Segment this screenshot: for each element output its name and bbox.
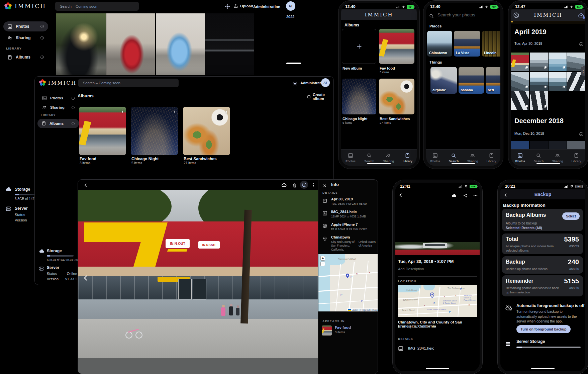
share-icon[interactable] (463, 192, 468, 198)
sidebar-item-sharing[interactable]: Sharing (3, 33, 48, 42)
album-card[interactable]: Fav food 3 items (79, 107, 126, 163)
back-icon[interactable] (398, 192, 404, 198)
sidebar-item-photos[interactable]: Photos (3, 21, 48, 31)
map-zoom-out-button[interactable]: − (320, 262, 325, 266)
sidebar-item-albums[interactable]: Albums (37, 119, 79, 128)
place-card[interactable]: Chinatown (427, 31, 452, 57)
user-avatar[interactable]: AT (286, 1, 295, 11)
nav-item-sharing[interactable]: Sharing (467, 153, 478, 163)
home-indicator[interactable] (452, 163, 475, 164)
place-card[interactable]: Lincoln (482, 31, 500, 57)
album-card[interactable]: Chicago Night 5 items (131, 107, 178, 163)
nav-item-library[interactable]: Library (571, 153, 581, 163)
info-toggle-icon[interactable] (300, 181, 308, 189)
home-indicator[interactable] (531, 368, 555, 369)
place-name: Lincoln (484, 51, 496, 55)
album-card[interactable] (379, 79, 414, 114)
album-card[interactable] (379, 29, 414, 64)
more-options-icon[interactable] (473, 192, 478, 198)
photo-thumbnail[interactable] (511, 53, 529, 71)
album-card[interactable] (342, 79, 376, 114)
album-menu-icon[interactable] (120, 108, 125, 114)
delete-icon[interactable] (292, 182, 297, 188)
cloud-upload-icon[interactable] (281, 182, 287, 188)
user-avatar[interactable]: AT (321, 78, 330, 87)
thing-card[interactable]: airplane (430, 67, 457, 94)
appears-album-name[interactable]: Fav food (335, 325, 351, 330)
search-input[interactable] (78, 79, 179, 87)
photo-thumbnail[interactable] (56, 13, 106, 75)
cloud-upload-icon[interactable] (452, 192, 457, 198)
home-indicator[interactable] (536, 163, 560, 164)
sidebar-item-sharing[interactable]: Sharing (38, 103, 79, 111)
album-card[interactable]: Best Sandwiches 27 items (183, 107, 230, 163)
profile-icon[interactable] (513, 12, 519, 18)
create-album-button[interactable]: Create album (307, 93, 333, 101)
photo-thumbnail[interactable] (106, 13, 155, 75)
more-options-icon[interactable] (311, 182, 316, 188)
back-icon[interactable] (503, 192, 508, 198)
photo-thumbnail[interactable] (530, 141, 548, 149)
backup-cloud-icon[interactable] (578, 12, 584, 19)
nav-item-search[interactable]: Search (533, 153, 544, 163)
album-menu-icon[interactable] (224, 108, 229, 114)
place-card[interactable]: La Vista (454, 31, 480, 57)
photo-thumbnail[interactable] (549, 53, 567, 71)
thing-card[interactable]: bed (486, 67, 500, 94)
timeline-scrollbar[interactable]: ▲▼ (581, 66, 585, 76)
photo-thumbnail[interactable] (549, 141, 567, 149)
administration-link[interactable]: Administration (253, 5, 280, 9)
nav-item-library[interactable]: Library (486, 153, 496, 163)
timeline-scrubber[interactable] (286, 63, 301, 64)
select-albums-button[interactable]: Select (562, 212, 580, 220)
nav-item-search[interactable]: Search (364, 153, 374, 163)
close-icon[interactable] (322, 182, 327, 188)
nav-item-photos[interactable]: Photos (346, 153, 356, 163)
photo-thumbnail[interactable] (511, 141, 529, 149)
home-indicator[interactable] (367, 163, 391, 164)
nav-item-sharing[interactable]: Sharing (383, 153, 394, 163)
nav-item-library[interactable]: Library (403, 153, 412, 163)
select-day-check-icon[interactable] (579, 41, 584, 47)
info-icon[interactable] (40, 24, 44, 28)
back-icon[interactable] (83, 182, 89, 188)
album-menu-icon[interactable] (172, 108, 177, 114)
photo-thumbnail[interactable] (567, 141, 585, 149)
turn-on-backup-button[interactable]: Turn on foreground backup (516, 325, 571, 333)
photo-thumbnail[interactable] (549, 72, 567, 91)
new-album-button[interactable] (342, 29, 376, 64)
photo-thumbnail[interactable] (511, 91, 529, 110)
photo-preview-strip[interactable] (395, 242, 480, 255)
photo-thumbnail[interactable] (205, 13, 254, 75)
previous-photo-icon[interactable] (82, 274, 90, 282)
theme-toggle-sun-icon[interactable] (292, 80, 298, 86)
appears-in-album-row[interactable]: Fav food 3 items (322, 325, 375, 337)
nav-item-sharing[interactable]: Sharing (552, 153, 563, 163)
search-input[interactable] (437, 12, 494, 17)
info-icon[interactable] (40, 55, 44, 59)
photo-thumbnail[interactable] (511, 72, 529, 91)
map-zoom-in-button[interactable]: + (320, 256, 325, 261)
nav-item-photos[interactable]: Photos (430, 153, 440, 163)
description-input[interactable] (398, 267, 465, 271)
nav-item-photos[interactable]: Photos (515, 153, 525, 163)
photo-thumbnail[interactable] (530, 72, 548, 91)
location-map[interactable]: Fisherman's Wharf P P P ✕ ✕ + − Leaflet … (318, 254, 378, 311)
select-day-check-icon[interactable] (579, 131, 584, 137)
sidebar-item-photos[interactable]: Photos (38, 94, 79, 102)
photo-thumbnail[interactable] (156, 13, 205, 75)
photo-thumbnail[interactable] (530, 91, 548, 110)
info-icon[interactable] (40, 36, 44, 40)
home-indicator[interactable] (426, 368, 449, 369)
search-input[interactable] (55, 2, 139, 11)
sidebar-item-albums[interactable]: Albums (3, 53, 48, 62)
info-icon[interactable] (71, 96, 75, 100)
theme-toggle-sun-icon[interactable] (225, 3, 230, 9)
upload-button[interactable]: Upload (233, 4, 253, 8)
location-map[interactable]: The Embarcadero Hyde Street Jefferson St… (398, 285, 477, 317)
photo-thumbnail[interactable] (530, 53, 548, 71)
thing-card[interactable]: banana (459, 67, 484, 94)
info-icon[interactable] (71, 122, 75, 125)
info-icon[interactable] (71, 106, 75, 109)
nav-item-search[interactable]: Search (449, 153, 459, 163)
